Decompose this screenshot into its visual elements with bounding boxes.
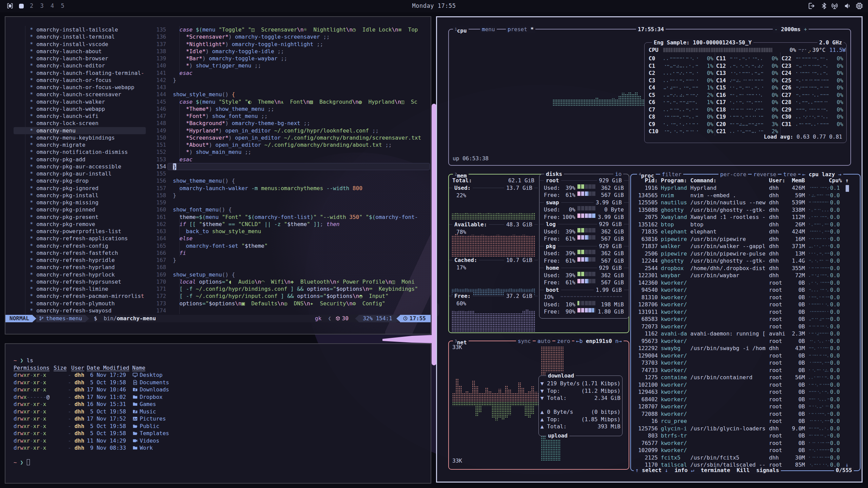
proc-row[interactable]: 131911kworker/root0B⠐⠒⠒⠒⠒⠒⠂⠂0.0 [0,308,868,316]
text-span: ≡ Top [398,26,418,33]
proc-user: root [769,301,782,308]
bluetooth-icon[interactable] [820,2,828,10]
proc-row[interactable]: 71837walker/usr/bin/walker --gappldhh371… [0,243,868,250]
core-pct: 0% [772,62,778,70]
proc-row[interactable]: 63816pipewire/usr/bin/pipewiredhh16M⠂⠒⠐⠒… [0,236,868,243]
cpu-menu-button[interactable]: menu [480,26,497,33]
text-span [258,113,261,119]
proc-row[interactable]: 135088ghostty/usr/bin/ghostty --gtk-dhh3… [0,206,868,214]
proc-cpu: 0.0 [830,432,840,440]
proc-row[interactable]: 74733kworker/root0B⠂⠐⠄⠒⠂⠐⠴⠄0.0 [0,367,868,374]
proc-cpu: 0.0 [830,192,840,199]
logout-icon[interactable] [808,2,815,10]
proc-row[interactable]: 128707kworker/root0B⠒⠐⠐⠄⠤⠂⠐⠂0.0 [0,403,868,410]
proc-row[interactable]: 95673kworker/root0B⠐⠂⠄⠐⠄⠄⠐⠐0.0 [0,338,868,345]
proc-mem: 0B [798,396,805,403]
text-span: ) [229,135,232,141]
line-number: 153 [148,156,166,163]
core-graph: ⠂⠄⠒⠒⠄⠄⠒⠒⠒⠐⠂ [796,99,829,106]
proc-command: /usr/bin/ghostty --gtk- [690,257,766,265]
proc-row[interactable]: 72073kworker/root0B⠒⠐⠂⠒⠐⠒⠐⠄0.0 [0,323,868,330]
cpu-interval[interactable]: - 2000ms + [773,26,809,33]
cpu-power: 11.5W [829,46,846,54]
text-span: *Theme* [186,106,209,112]
proc-mem: 0B [798,338,805,345]
workspace-5[interactable]: 5 [61,2,64,10]
core-graph: ⠄⠄⠐⠔⠐⠐⠄⠒⠐⠄⠄ [796,113,829,121]
proc-row[interactable]: 1170tailscal/usr/sbin/tailscaled --root8… [0,461,868,469]
proc-row[interactable]: 2075XwaylandXwayland :1 -rootless -dhh11… [0,214,868,221]
cpu-icon[interactable] [855,2,863,10]
core-graph: ⠔⠒⠴⠄⠐⠂⠒⠂⠒⠒⠒ [730,77,764,84]
proc-row[interactable]: 94540kworker/root0B⠒⠄⠄⠄⠐⠒⠐⠄0.0 [0,286,868,294]
proc-row[interactable]: 142360kworker/root0B⠄⠂⠐⠄⠐⠒⠒⠒0.0 [0,279,868,287]
text-span [215,99,219,105]
proc-row[interactable]: 129463kworker/root0B⠒⠒⠒⠐⠄⠂⠒⠄0.0 [0,388,868,396]
text-span [229,41,232,47]
waybar-clock[interactable]: Monday 17:55 [0,2,868,10]
proc-row[interactable]: 2125fcitx5/usr/bin/fcitx5dhh30M⠂⠐⠂⠂⠒⠂⠒⠒0… [0,454,868,462]
proc-pid: 129463 [638,388,658,396]
proc-row[interactable]: 134565nvimnvim --embed .dhh59M⠂⠴⠄⠒⠒⠂⠐⠒0.… [0,192,868,199]
workspace-2[interactable]: 2 [30,2,33,10]
workspace-4[interactable]: 4 [51,2,54,10]
proc-row[interactable]: 135162btopbtopdhh26M⠂⠄⠒⠒⠂⠄⠒⠂0.0 [0,221,868,228]
proc-row[interactable]: 102099kworker/root0B⠒⠐⠄⠂⠒⠒⠒⠒0.0 [0,447,868,454]
proc-mem: 0B [798,286,805,294]
proc-pid: 129004 [638,352,658,360]
volume-icon[interactable] [844,2,851,10]
text-span: \n [392,26,398,33]
proc-row[interactable]: 122292swaybg/usr/bin/swaybg -i /homdhh43… [0,345,868,352]
proc-mem: 13M [795,250,805,258]
proc-row[interactable]: 68583kworker/root0B⠤⠒⠐⠂⠴⠒⠐⠒0.0 [0,316,868,323]
proc-mem: 0B [798,316,805,323]
proc-row[interactable]: 1916HyprlandHyprlanddhh426M⠐⠒⠒⠂⠐⠒⠒⠔0.1 [0,184,868,192]
code-line: *Screensaver*) open_in_editor ~/.config/… [173,134,421,142]
network-icon[interactable] [831,2,839,10]
proc-cpu-graph: ⠂⠒⠐⠴⠒⠒⠒⠂ [809,330,830,338]
proc-row[interactable]: 129004kworker/root0B⠒⠐⠒⠂⠒⠐⠒⠄0.0 [0,352,868,360]
proc-row[interactable]: 16rcu_preeroot0B⠐⠂⠒⠐⠐⠄⠒⠒0.0 [0,418,868,425]
core-label: C20 [716,121,726,128]
proc-program: kworker/ [661,286,687,294]
proc-row[interactable]: 128706kworker/root0B⠂⠒⠒⠒⠂⠂⠐⠄0.0 [0,301,868,308]
proc-row[interactable]: 81310kworker/root0B⠂⠒⠒⠄⠂⠒⠐⠒0.0 [0,294,868,301]
core-col-sep [715,53,715,136]
proc-row[interactable]: 125756glycin-i/usr/lib/glycin-loadersdhh… [0,425,868,432]
proc-cpu-graph: ⠐⠐⠒⠒⠒⠄⠒⠒ [809,359,830,367]
text-span: open_in_editor [225,127,271,134]
proc-row[interactable]: 102100kworker/root0B⠂⠒⠐⠄⠒⠐⠒⠒0.0 [0,381,868,389]
proc-row[interactable]: 2506pipewire/usr/bin/pipewire-pulsedhh13… [0,250,868,258]
proc-program: fcitx5 [661,454,680,462]
proc-row[interactable]: 12244ghostty/usr/bin/ghostty --gtk-dhh1.… [0,257,868,265]
text-span [173,48,186,55]
core-graph: ⠂⠐⠒⠒⠂⠐⠒⠄⠄⠒⠄ [796,69,829,77]
proc-user: dhh [769,192,779,199]
proc-mem: 0B [798,301,805,308]
proc-cpu-graph: ⠒⠄⠄⠄⠐⠒⠐⠄ [809,286,830,294]
proc-row[interactable]: 803btrfs-trroot0B⠒⠂⠒⠒⠐⠂⠄⠒0.0 [0,432,868,440]
text-span: ) [225,120,229,126]
cpu-preset-button[interactable]: preset * [506,26,535,33]
line-number: 144 [148,91,166,98]
proc-row[interactable]: 72088kworker/root0B⠂⠒⠐⠐⠒⠒⠄⠒0.0 [0,410,868,418]
proc-cpu-graph: ⠒⠒⠂⠐⠄⠄⠄⠒ [809,396,830,403]
workspace-3[interactable]: 3 [40,2,44,10]
proc-row[interactable]: 76577kworker/root0B⠂⠐⠂⠐⠐⠒⠐⠒0.0 [0,440,868,447]
proc-row[interactable]: 73703kworker/root0B⠐⠐⠒⠒⠒⠄⠒⠒0.0 [0,359,868,367]
proc-row[interactable]: 1162avahi-daavahi-daemon: running [avahi… [0,330,868,338]
proc-row[interactable]: 71835elephantelephantdhh424M⠐⠒⠒⠂⠂⠄⠒⠒0.0 [0,228,868,236]
proc-pid: 135162 [638,221,658,228]
proc-cpu: 0.0 [830,279,840,287]
proc-row[interactable]: 1275containe/usr/bin/containerdroot56M⠄⠄… [0,374,868,381]
text-span: \n [346,26,353,33]
proc-cpu: 0.0 [830,352,840,360]
proc-program: kworker/ [661,308,687,316]
proc-user: root [769,432,782,440]
text-span: ◍ Hyprland [359,99,395,105]
proc-row[interactable]: 122301waybar/usr/bin/waybardhh72M⠄⠒⠐⠴⠐⠒⠒… [0,272,868,279]
proc-row[interactable]: 68402kworker/root0B⠒⠒⠂⠐⠄⠄⠄⠒0.0 [0,396,868,403]
text-span: esac [179,70,193,76]
proc-row[interactable]: 125505nautilus/usr/bin/nautilus --newdhh… [0,199,868,206]
proc-row[interactable]: 2544dropbox/home/dhh/.dropbox-distdhh355… [0,265,868,272]
